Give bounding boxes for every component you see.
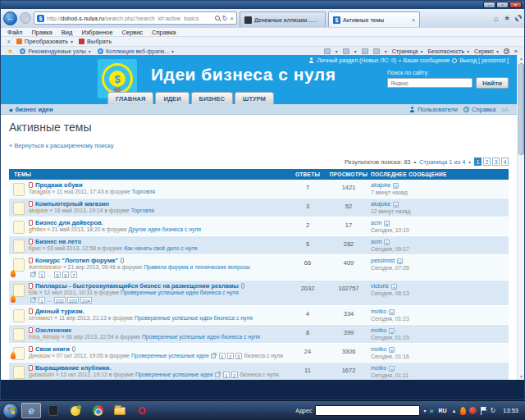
select-menu[interactable]: Выбрать xyxy=(79,38,112,45)
topic-page-203[interactable]: 203 xyxy=(67,297,79,304)
table-row[interactable]: Компьютерный магазин akajoke » 16 май 20… xyxy=(9,199,509,217)
tools-menu[interactable]: Сервис▾ xyxy=(474,48,499,54)
overflow-chevron-icon[interactable]: » xyxy=(514,48,518,54)
topic-forum-link[interactable]: Проверенные успешные идеи бизнеса с нуля xyxy=(121,290,239,295)
last-post-user-link[interactable]: victoris xyxy=(371,283,389,289)
topic-author-link[interactable]: Elik xyxy=(29,290,38,295)
menu-item-2[interactable]: Вид xyxy=(62,29,73,36)
topic-page-202[interactable]: 202 xyxy=(54,297,66,304)
page-menu[interactable]: Страница▾ xyxy=(392,48,423,54)
topic-author-link[interactable]: Administrator xyxy=(29,264,62,270)
topic-title-link[interactable]: Дачный туризм. xyxy=(35,308,84,315)
topic-page-1[interactable]: 1 xyxy=(223,372,230,378)
topic-title-link[interactable]: Пилларсы - быстроокупающийся бизнес на р… xyxy=(35,282,239,290)
address-dropdown-icon[interactable]: ▾ xyxy=(423,408,426,413)
start-button[interactable] xyxy=(2,403,19,419)
action-center-flag-icon[interactable] xyxy=(480,407,487,415)
scrollbar[interactable]: ▲ ▼ xyxy=(517,55,524,380)
pagination-page-4[interactable]: 4 xyxy=(501,158,509,166)
tray-flame-icon[interactable] xyxy=(460,407,466,415)
convert-menu[interactable]: Преобразовать ▾ xyxy=(16,38,73,45)
topic-title-link[interactable]: Компьютерный магазин xyxy=(35,200,109,208)
topic-author-link[interactable]: Irina_Almaty xyxy=(29,334,60,340)
browser-tab-2-active[interactable]: $ Активные темы × xyxy=(328,11,420,27)
topic-author-link[interactable]: gubaidulin xyxy=(29,372,54,377)
back-button[interactable]: ← xyxy=(3,11,17,25)
topic-forum-link[interactable]: Проверенные успешные идеи бизнеса с нуля xyxy=(135,315,253,321)
menu-item-3[interactable]: Избранное xyxy=(81,29,112,36)
pagination-page-2[interactable]: 2 xyxy=(483,158,491,166)
table-row[interactable]: Конкурс "Логотип форума" Administrator »… xyxy=(9,255,509,281)
tray-sync-icon[interactable]: ↻ xyxy=(491,407,496,414)
forward-button[interactable]: → xyxy=(20,12,31,24)
site-search-input[interactable] xyxy=(387,78,472,88)
scrollbar-thumb[interactable] xyxy=(518,63,524,155)
menu-item-0[interactable]: Файл xyxy=(7,29,22,36)
topic-page-3[interactable]: 3 xyxy=(235,353,242,359)
topic-author-link[interactable]: akajoke xyxy=(29,208,48,213)
topic-forum-link[interactable]: Проверенные успешные идеи xyxy=(135,372,213,377)
scroll-down-icon[interactable]: ▼ xyxy=(518,373,524,380)
print-icon[interactable] xyxy=(373,48,380,54)
topic-author-link[interactable]: оптимист xyxy=(29,315,52,321)
topic-title-link[interactable]: Свои книги xyxy=(35,345,70,353)
topic-forum-link[interactable]: Торговля xyxy=(131,208,154,213)
last-post-user-link[interactable]: acm xyxy=(371,239,381,244)
table-row[interactable]: Продажа обуви Taragata » 11 ноя 2011, 17… xyxy=(9,180,509,199)
scroll-up-icon[interactable]: ▲ xyxy=(518,55,524,62)
table-row[interactable]: Пилларсы - быстроокупающийся бизнес на р… xyxy=(9,281,509,306)
goto-last-post-icon[interactable]: » xyxy=(397,258,403,264)
goto-last-post-icon[interactable]: » xyxy=(389,347,395,353)
site-nav-tab-3[interactable]: ШТУРМ xyxy=(235,92,274,104)
home-menu-icon[interactable] xyxy=(324,48,331,54)
goto-last-post-icon[interactable]: » xyxy=(389,366,395,372)
text-size-widget[interactable]: аА xyxy=(501,107,509,112)
topic-page-204[interactable]: 204 xyxy=(80,297,92,304)
table-row[interactable]: Свои книги Динасик » 07 окт 2012, 19:05 … xyxy=(9,344,509,363)
browser-tab-1[interactable]: Денежные иллюзии... | Бегст... xyxy=(240,11,326,27)
site-search-button[interactable]: Найти xyxy=(476,77,509,89)
last-post-user-link[interactable]: pessimist xyxy=(371,258,395,263)
topic-page-7[interactable]: 7 xyxy=(71,272,77,278)
menu-item-5[interactable]: Справка xyxy=(152,29,176,36)
taskbar-app[interactable] xyxy=(43,403,63,418)
goto-last-post-icon[interactable]: » xyxy=(389,328,395,334)
window-titlebar[interactable]: – ▫ × xyxy=(1,1,524,9)
topic-title-link[interactable]: Конкурс "Логотип форума" xyxy=(35,257,118,264)
topic-author-link[interactable]: gfhfien xyxy=(29,226,45,232)
language-indicator[interactable]: RU xyxy=(436,408,448,413)
favorites-item-1[interactable]: e Рекомендуемые узлы▾ xyxy=(20,48,91,54)
table-row[interactable]: Дачный туризм. оптимист » 11 апр 2013, 2… xyxy=(9,306,509,325)
site-nav-tab-0[interactable]: ГЛАВНАЯ xyxy=(107,92,153,104)
topic-page-1[interactable]: 1 xyxy=(39,297,45,304)
tray-red-icon[interactable] xyxy=(469,407,477,414)
pagination-page-1[interactable]: 1 xyxy=(474,158,482,166)
address-bar[interactable]: $ http://dohod-s-nulya.ru/search.php?sea… xyxy=(34,11,237,25)
breadcrumb[interactable]: ◆ бизнес идеи xyxy=(9,106,53,113)
topic-forum-link[interactable]: Торговля xyxy=(132,189,155,194)
last-post-user-link[interactable]: motko xyxy=(371,308,386,314)
home-icon[interactable]: ⌂ xyxy=(494,14,499,23)
topic-forum-link[interactable]: Другие идеи бизнеса с нуля xyxy=(129,226,201,232)
menu-item-1[interactable]: Правка xyxy=(31,29,52,36)
your-messages-link[interactable]: Ваши сообщения xyxy=(404,57,450,63)
help-icon[interactable]: ? xyxy=(504,48,509,54)
taskbar-ie[interactable]: e xyxy=(21,403,41,418)
favorites-item-2[interactable]: e Коллекция веб-фрагм...▾ xyxy=(98,48,174,54)
addon-close-icon[interactable]: x xyxy=(7,38,11,45)
topic-title-link[interactable]: Продажа обуви xyxy=(35,181,83,189)
topic-page-5[interactable]: 5 xyxy=(54,272,61,278)
last-post-user-link[interactable]: akajoke xyxy=(371,182,390,188)
topic-page-6[interactable]: 6 xyxy=(62,272,69,278)
topic-page-2[interactable]: 2 xyxy=(231,372,238,378)
topic-author-link[interactable]: Крис xyxy=(29,245,41,251)
last-post-user-link[interactable]: motko xyxy=(371,346,386,352)
topic-title-link[interactable]: Выращивание клубники. xyxy=(35,364,112,372)
site-nav-tab-2[interactable]: БИЗНЕС xyxy=(191,92,233,104)
last-post-user-link[interactable]: motko xyxy=(371,327,386,333)
topic-title-link[interactable]: Озеленение xyxy=(35,326,71,334)
topic-author-link[interactable]: Динасик xyxy=(29,353,50,358)
topic-forum-link[interactable]: Правила форума и технические вопросы xyxy=(144,264,250,270)
help-link[interactable]: ?Справка xyxy=(463,106,495,113)
logout-link[interactable]: Выход [ pessimist ] xyxy=(459,57,509,63)
